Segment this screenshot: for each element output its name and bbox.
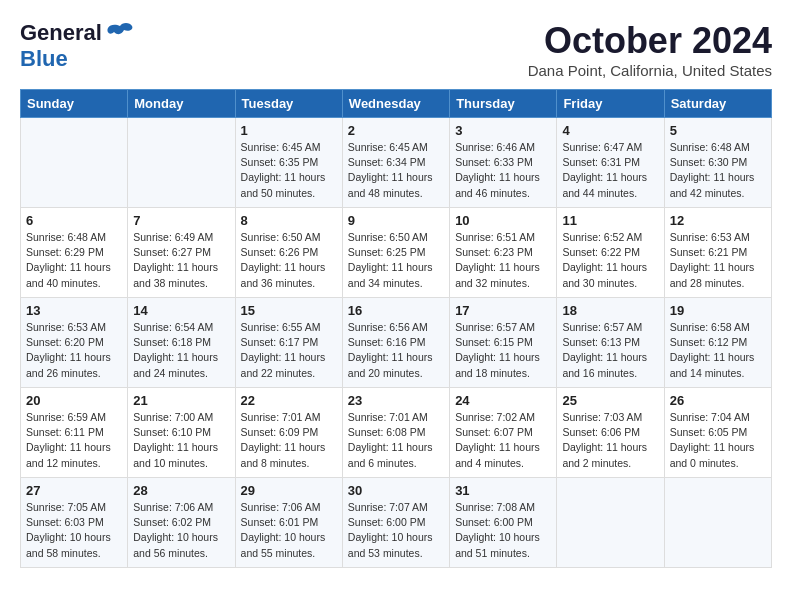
calendar-day-cell: 18Sunrise: 6:57 AM Sunset: 6:13 PM Dayli… [557, 298, 664, 388]
day-number: 11 [562, 213, 658, 228]
calendar-day-cell [557, 478, 664, 568]
day-number: 29 [241, 483, 337, 498]
day-number: 13 [26, 303, 122, 318]
calendar-day-cell: 9Sunrise: 6:50 AM Sunset: 6:25 PM Daylig… [342, 208, 449, 298]
day-info: Sunrise: 6:53 AM Sunset: 6:20 PM Dayligh… [26, 320, 122, 381]
day-info: Sunrise: 7:04 AM Sunset: 6:05 PM Dayligh… [670, 410, 766, 471]
day-info: Sunrise: 6:46 AM Sunset: 6:33 PM Dayligh… [455, 140, 551, 201]
calendar-day-cell: 20Sunrise: 6:59 AM Sunset: 6:11 PM Dayli… [21, 388, 128, 478]
calendar-day-cell: 23Sunrise: 7:01 AM Sunset: 6:08 PM Dayli… [342, 388, 449, 478]
calendar-day-cell [128, 118, 235, 208]
day-number: 9 [348, 213, 444, 228]
day-info: Sunrise: 6:59 AM Sunset: 6:11 PM Dayligh… [26, 410, 122, 471]
day-number: 5 [670, 123, 766, 138]
day-info: Sunrise: 7:07 AM Sunset: 6:00 PM Dayligh… [348, 500, 444, 561]
day-info: Sunrise: 6:47 AM Sunset: 6:31 PM Dayligh… [562, 140, 658, 201]
day-info: Sunrise: 7:08 AM Sunset: 6:00 PM Dayligh… [455, 500, 551, 561]
calendar-header-cell: Friday [557, 90, 664, 118]
calendar-day-cell: 29Sunrise: 7:06 AM Sunset: 6:01 PM Dayli… [235, 478, 342, 568]
day-number: 17 [455, 303, 551, 318]
calendar-day-cell: 1Sunrise: 6:45 AM Sunset: 6:35 PM Daylig… [235, 118, 342, 208]
logo: General Blue [20, 20, 134, 72]
day-info: Sunrise: 6:50 AM Sunset: 6:25 PM Dayligh… [348, 230, 444, 291]
day-number: 10 [455, 213, 551, 228]
day-info: Sunrise: 7:05 AM Sunset: 6:03 PM Dayligh… [26, 500, 122, 561]
calendar-day-cell: 24Sunrise: 7:02 AM Sunset: 6:07 PM Dayli… [450, 388, 557, 478]
day-info: Sunrise: 7:00 AM Sunset: 6:10 PM Dayligh… [133, 410, 229, 471]
day-info: Sunrise: 7:02 AM Sunset: 6:07 PM Dayligh… [455, 410, 551, 471]
calendar-header-row: SundayMondayTuesdayWednesdayThursdayFrid… [21, 90, 772, 118]
day-number: 28 [133, 483, 229, 498]
day-info: Sunrise: 6:51 AM Sunset: 6:23 PM Dayligh… [455, 230, 551, 291]
page-header: General Blue October 2024 Dana Point, Ca… [20, 20, 772, 79]
day-number: 26 [670, 393, 766, 408]
calendar-day-cell: 8Sunrise: 6:50 AM Sunset: 6:26 PM Daylig… [235, 208, 342, 298]
logo-blue: Blue [20, 46, 68, 71]
day-info: Sunrise: 6:52 AM Sunset: 6:22 PM Dayligh… [562, 230, 658, 291]
day-number: 19 [670, 303, 766, 318]
day-number: 12 [670, 213, 766, 228]
calendar-day-cell: 6Sunrise: 6:48 AM Sunset: 6:29 PM Daylig… [21, 208, 128, 298]
day-number: 1 [241, 123, 337, 138]
calendar-week-row: 27Sunrise: 7:05 AM Sunset: 6:03 PM Dayli… [21, 478, 772, 568]
calendar-day-cell: 10Sunrise: 6:51 AM Sunset: 6:23 PM Dayli… [450, 208, 557, 298]
day-number: 4 [562, 123, 658, 138]
calendar-day-cell [664, 478, 771, 568]
calendar-week-row: 13Sunrise: 6:53 AM Sunset: 6:20 PM Dayli… [21, 298, 772, 388]
calendar-day-cell: 26Sunrise: 7:04 AM Sunset: 6:05 PM Dayli… [664, 388, 771, 478]
day-number: 7 [133, 213, 229, 228]
calendar-day-cell: 11Sunrise: 6:52 AM Sunset: 6:22 PM Dayli… [557, 208, 664, 298]
calendar-header-cell: Tuesday [235, 90, 342, 118]
day-info: Sunrise: 6:45 AM Sunset: 6:35 PM Dayligh… [241, 140, 337, 201]
calendar-header-cell: Thursday [450, 90, 557, 118]
day-info: Sunrise: 6:50 AM Sunset: 6:26 PM Dayligh… [241, 230, 337, 291]
calendar-day-cell: 2Sunrise: 6:45 AM Sunset: 6:34 PM Daylig… [342, 118, 449, 208]
calendar-day-cell: 4Sunrise: 6:47 AM Sunset: 6:31 PM Daylig… [557, 118, 664, 208]
day-info: Sunrise: 7:01 AM Sunset: 6:09 PM Dayligh… [241, 410, 337, 471]
day-number: 8 [241, 213, 337, 228]
day-info: Sunrise: 6:57 AM Sunset: 6:13 PM Dayligh… [562, 320, 658, 381]
day-info: Sunrise: 6:54 AM Sunset: 6:18 PM Dayligh… [133, 320, 229, 381]
day-number: 3 [455, 123, 551, 138]
day-info: Sunrise: 6:56 AM Sunset: 6:16 PM Dayligh… [348, 320, 444, 381]
day-number: 2 [348, 123, 444, 138]
calendar-week-row: 20Sunrise: 6:59 AM Sunset: 6:11 PM Dayli… [21, 388, 772, 478]
calendar-day-cell: 12Sunrise: 6:53 AM Sunset: 6:21 PM Dayli… [664, 208, 771, 298]
calendar-day-cell: 27Sunrise: 7:05 AM Sunset: 6:03 PM Dayli… [21, 478, 128, 568]
day-number: 14 [133, 303, 229, 318]
day-number: 23 [348, 393, 444, 408]
day-info: Sunrise: 6:49 AM Sunset: 6:27 PM Dayligh… [133, 230, 229, 291]
calendar-header-cell: Wednesday [342, 90, 449, 118]
day-number: 6 [26, 213, 122, 228]
day-info: Sunrise: 6:53 AM Sunset: 6:21 PM Dayligh… [670, 230, 766, 291]
calendar-table: SundayMondayTuesdayWednesdayThursdayFrid… [20, 89, 772, 568]
calendar-day-cell: 14Sunrise: 6:54 AM Sunset: 6:18 PM Dayli… [128, 298, 235, 388]
calendar-day-cell: 22Sunrise: 7:01 AM Sunset: 6:09 PM Dayli… [235, 388, 342, 478]
day-number: 15 [241, 303, 337, 318]
day-number: 31 [455, 483, 551, 498]
calendar-week-row: 1Sunrise: 6:45 AM Sunset: 6:35 PM Daylig… [21, 118, 772, 208]
day-number: 20 [26, 393, 122, 408]
calendar-day-cell: 7Sunrise: 6:49 AM Sunset: 6:27 PM Daylig… [128, 208, 235, 298]
day-number: 25 [562, 393, 658, 408]
title-section: October 2024 Dana Point, California, Uni… [528, 20, 772, 79]
location: Dana Point, California, United States [528, 62, 772, 79]
day-info: Sunrise: 6:48 AM Sunset: 6:29 PM Dayligh… [26, 230, 122, 291]
day-info: Sunrise: 6:48 AM Sunset: 6:30 PM Dayligh… [670, 140, 766, 201]
calendar-day-cell: 30Sunrise: 7:07 AM Sunset: 6:00 PM Dayli… [342, 478, 449, 568]
day-info: Sunrise: 6:58 AM Sunset: 6:12 PM Dayligh… [670, 320, 766, 381]
calendar-day-cell: 3Sunrise: 6:46 AM Sunset: 6:33 PM Daylig… [450, 118, 557, 208]
calendar-header-cell: Sunday [21, 90, 128, 118]
day-number: 21 [133, 393, 229, 408]
day-info: Sunrise: 7:03 AM Sunset: 6:06 PM Dayligh… [562, 410, 658, 471]
day-info: Sunrise: 6:57 AM Sunset: 6:15 PM Dayligh… [455, 320, 551, 381]
calendar-day-cell: 13Sunrise: 6:53 AM Sunset: 6:20 PM Dayli… [21, 298, 128, 388]
day-number: 30 [348, 483, 444, 498]
month-title: October 2024 [528, 20, 772, 62]
day-info: Sunrise: 7:06 AM Sunset: 6:01 PM Dayligh… [241, 500, 337, 561]
calendar-day-cell: 21Sunrise: 7:00 AM Sunset: 6:10 PM Dayli… [128, 388, 235, 478]
calendar-day-cell: 16Sunrise: 6:56 AM Sunset: 6:16 PM Dayli… [342, 298, 449, 388]
calendar-header-cell: Monday [128, 90, 235, 118]
calendar-day-cell: 17Sunrise: 6:57 AM Sunset: 6:15 PM Dayli… [450, 298, 557, 388]
day-info: Sunrise: 6:45 AM Sunset: 6:34 PM Dayligh… [348, 140, 444, 201]
